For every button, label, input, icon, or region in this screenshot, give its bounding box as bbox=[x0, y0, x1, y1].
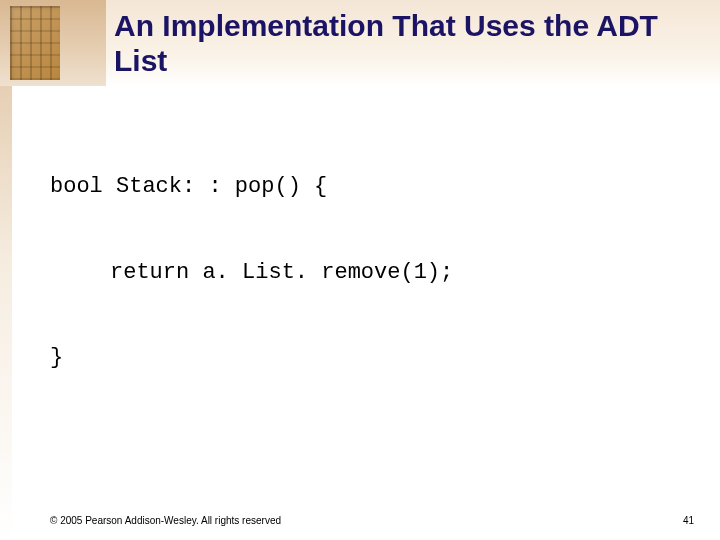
slide-title: An Implementation That Uses the ADT List bbox=[114, 8, 700, 79]
code-line-2: return a. List. remove(1); bbox=[50, 252, 453, 295]
slide: An Implementation That Uses the ADT List… bbox=[0, 0, 720, 540]
code-line-3: } bbox=[50, 345, 63, 370]
code-block: bool Stack: : pop() { return a. List. re… bbox=[50, 123, 700, 423]
header-image bbox=[0, 0, 106, 86]
code-line-1: bool Stack: : pop() { bbox=[50, 174, 327, 199]
left-sidebar-deco bbox=[0, 86, 12, 540]
footer-copyright: © 2005 Pearson Addison-Wesley. All right… bbox=[50, 515, 281, 526]
footer-page-number: 41 bbox=[683, 515, 694, 526]
